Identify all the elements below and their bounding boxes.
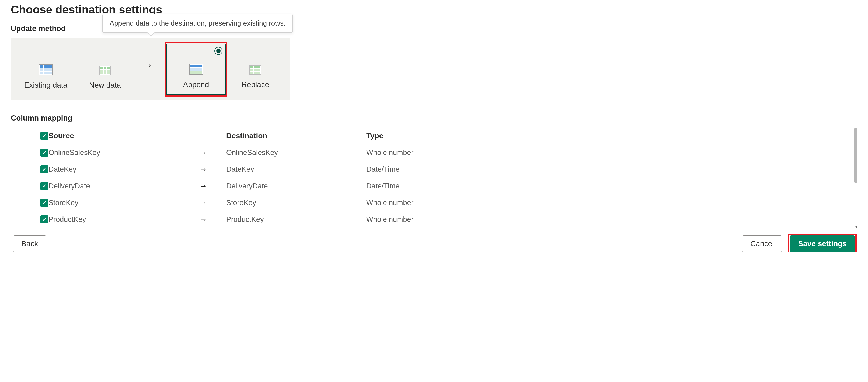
destination-cell: ProductKey	[226, 215, 366, 224]
footer-bar: Back Cancel Save settings	[11, 228, 857, 252]
append-label: Append	[183, 80, 209, 89]
arrow-right-icon: →	[199, 148, 226, 157]
destination-cell: StoreKey	[226, 199, 366, 207]
arrow-right-icon: →	[199, 198, 226, 207]
arrow-right-icon: →	[135, 60, 161, 79]
table-row: ✓OnlineSalesKey→OnlineSalesKeyWhole numb…	[11, 144, 857, 161]
save-settings-button[interactable]: Save settings	[789, 235, 855, 252]
source-cell: DateKey	[49, 165, 199, 174]
column-mapping-heading: Column mapping	[11, 114, 857, 122]
radio-selected-icon	[214, 47, 222, 55]
scroll-down-icon[interactable]: ▼	[854, 225, 859, 229]
destination-cell: DateKey	[226, 165, 366, 174]
arrow-right-icon: →	[199, 165, 226, 174]
scrollbar[interactable]: ▲ ▼	[854, 128, 857, 228]
destination-cell: OnlineSalesKey	[226, 149, 366, 157]
source-cell: OnlineSalesKey	[49, 149, 199, 157]
table-row: ✓DeliveryDate→DeliveryDateDate/Time	[11, 178, 857, 194]
column-mapping-table: ✓ Source Destination Type ✓OnlineSalesKe…	[11, 128, 857, 228]
type-cell: Whole number	[366, 199, 528, 207]
table-row: ✓ProductKey→ProductKeyWhole number	[11, 211, 857, 228]
append-option[interactable]: Append	[166, 44, 226, 95]
cancel-button[interactable]: Cancel	[742, 235, 782, 252]
destination-cell: DeliveryDate	[226, 182, 366, 190]
header-destination: Destination	[226, 131, 366, 140]
existing-data-label: Existing data	[24, 81, 67, 89]
mapping-scroll-area[interactable]: ✓OnlineSalesKey→OnlineSalesKeyWhole numb…	[11, 144, 857, 228]
row-checkbox[interactable]: ✓	[40, 215, 49, 224]
new-data-card: New data	[75, 44, 135, 95]
mapping-header-row: ✓ Source Destination Type	[11, 128, 857, 144]
row-checkbox[interactable]: ✓	[40, 165, 49, 173]
save-settings-label: Save settings	[798, 239, 847, 248]
table-icon	[39, 64, 53, 76]
arrow-right-icon: →	[199, 181, 226, 190]
update-method-row: Append data to the destination, preservi…	[11, 38, 857, 100]
scrollbar-thumb[interactable]	[854, 128, 857, 183]
type-cell: Whole number	[366, 215, 528, 224]
arrow-right-icon: →	[199, 215, 226, 224]
source-cell: StoreKey	[49, 199, 199, 207]
source-cell: DeliveryDate	[49, 182, 199, 190]
row-checkbox[interactable]: ✓	[40, 182, 49, 190]
select-all-checkbox[interactable]: ✓	[40, 132, 49, 140]
existing-data-card: Existing data	[16, 44, 75, 95]
table-row: ✓StoreKey→StoreKeyWhole number	[11, 194, 857, 211]
type-cell: Date/Time	[366, 165, 528, 174]
table-icon	[99, 66, 111, 76]
method-options-group: Append Replace	[166, 38, 290, 100]
append-tooltip: Append data to the destination, preservi…	[102, 14, 293, 33]
type-cell: Whole number	[366, 149, 528, 157]
header-type: Type	[366, 131, 528, 140]
existing-new-group: Existing data New data →	[11, 38, 166, 100]
table-icon	[189, 64, 203, 75]
replace-option[interactable]: Replace	[226, 44, 285, 95]
back-button[interactable]: Back	[13, 235, 46, 252]
table-row: ✓DateKey→DateKeyDate/Time	[11, 161, 857, 178]
replace-label: Replace	[242, 80, 269, 89]
header-source: Source	[49, 131, 199, 140]
row-checkbox[interactable]: ✓	[40, 199, 49, 207]
source-cell: ProductKey	[49, 215, 199, 224]
row-checkbox[interactable]: ✓	[40, 149, 49, 157]
new-data-label: New data	[89, 81, 121, 89]
table-icon	[249, 65, 261, 75]
type-cell: Date/Time	[366, 182, 528, 190]
